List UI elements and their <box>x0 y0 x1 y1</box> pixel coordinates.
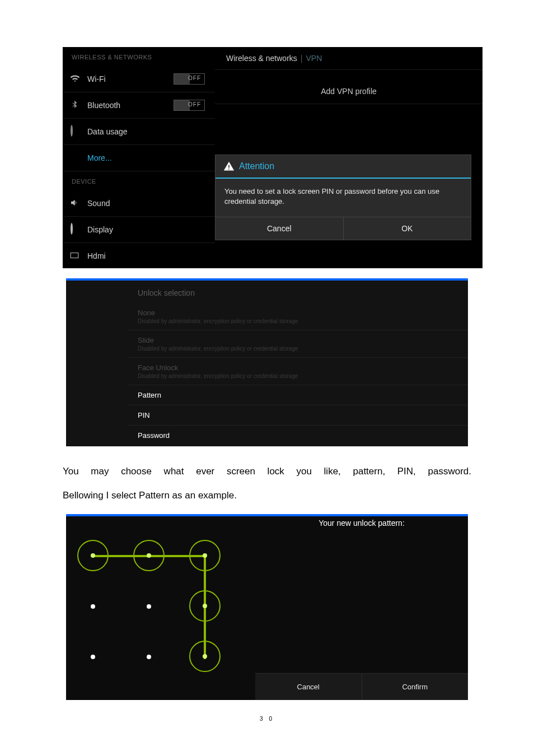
draw-pattern-screenshot: Your new unlock pattern: Cancel Confirm <box>66 514 468 700</box>
sidebar-item-data-usage[interactable]: Data usage <box>63 119 215 145</box>
option-slide: Slide Disabled by administrator, encrypt… <box>128 330 468 358</box>
bluetooth-icon <box>69 100 81 111</box>
confirm-button[interactable]: Confirm <box>362 674 469 700</box>
body-paragraph-2: Bellowing I select Pattern as an example… <box>63 485 471 506</box>
sidebar-item-sound[interactable]: Sound <box>63 190 215 217</box>
wifi-toggle[interactable]: OFF <box>174 73 205 85</box>
data-usage-label: Data usage <box>87 127 128 136</box>
category-device: DEVICE <box>63 171 215 190</box>
option-pattern[interactable]: Pattern <box>128 385 468 405</box>
sound-icon <box>69 198 81 209</box>
unlock-selection-title: Unlock selection <box>128 281 468 303</box>
hdmi-icon <box>69 250 81 262</box>
sidebar-item-display[interactable]: Display <box>63 217 215 243</box>
sidebar-item-hdmi[interactable]: Hdmi <box>63 243 215 268</box>
settings-sidebar: WIRELESS & NETWORKS Wi-Fi OFF Bluetooth … <box>63 47 215 268</box>
pattern-header: Your new unlock pattern: <box>255 516 468 528</box>
option-pin[interactable]: PIN <box>128 405 468 426</box>
dialog-title: Attention <box>239 161 274 171</box>
dialog-message: You need to set a lock screen PIN or pas… <box>216 179 471 217</box>
display-label: Display <box>87 225 113 234</box>
attention-dialog: Attention You need to set a lock screen … <box>215 155 471 240</box>
data-usage-icon <box>69 126 81 137</box>
more-label: More... <box>87 153 112 162</box>
unlock-selection-screenshot: Unlock selection None Disabled by admini… <box>66 278 468 446</box>
bluetooth-toggle[interactable]: OFF <box>174 100 205 111</box>
settings-vpn-dialog-screenshot: WIRELESS & NETWORKS Wi-Fi OFF Bluetooth … <box>63 47 483 268</box>
sound-label: Sound <box>87 199 110 208</box>
option-face-unlock: Face Unlock Disabled by administrator, e… <box>128 358 468 385</box>
pattern-button-bar: Cancel Confirm <box>255 673 468 700</box>
bluetooth-label: Bluetooth <box>87 101 120 110</box>
sidebar-item-bluetooth[interactable]: Bluetooth OFF <box>63 92 215 119</box>
option-none: None Disabled by administrator, encrypti… <box>128 303 468 330</box>
panel-title: Wireless & networks <box>226 54 297 63</box>
warning-icon <box>223 161 235 172</box>
category-wireless-networks: WIRELESS & NETWORKS <box>63 47 215 66</box>
svg-rect-0 <box>71 253 78 258</box>
display-icon <box>69 224 81 235</box>
option-password[interactable]: Password <box>128 426 468 445</box>
ok-button[interactable]: OK <box>344 217 471 240</box>
wifi-label: Wi-Fi <box>87 74 106 83</box>
pattern-grid[interactable] <box>76 540 244 674</box>
page-number: 3 0 <box>63 716 471 722</box>
hdmi-label: Hdmi <box>87 251 106 260</box>
add-vpn-profile[interactable]: Add VPN profile <box>215 70 483 104</box>
sidebar-item-more[interactable]: More... <box>63 145 215 171</box>
cancel-button[interactable]: Cancel <box>255 674 362 700</box>
cancel-button[interactable]: Cancel <box>216 217 344 240</box>
panel-header: Wireless & networks | VPN <box>215 47 483 70</box>
sidebar-item-wifi[interactable]: Wi-Fi OFF <box>63 66 215 92</box>
panel-subtitle: VPN <box>306 54 322 63</box>
body-paragraph-1: You may choose what ever screen lock you… <box>63 461 471 482</box>
dialog-header: Attention <box>216 155 471 179</box>
wifi-icon <box>69 73 81 85</box>
